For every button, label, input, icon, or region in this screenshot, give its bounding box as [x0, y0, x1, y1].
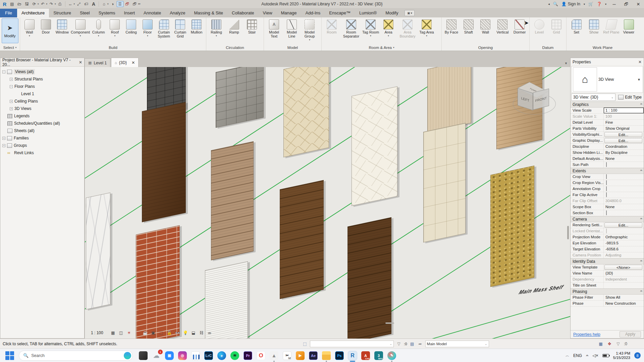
view-tab-3d[interactable]: ⌂{3D}✕ — [111, 58, 139, 67]
expand-icon[interactable]: + — [10, 107, 13, 110]
clock[interactable]: 1:43 PM 5/15/2023 — [613, 351, 630, 360]
property-row-annotation-crop[interactable]: Annotation Crop — [571, 186, 644, 192]
tab-manage[interactable]: Manage — [277, 9, 301, 17]
app-icon-onedrive[interactable]: ☁1 — [152, 351, 161, 360]
section-extents[interactable]: Extents^^ — [571, 168, 644, 174]
help-dropdown[interactable]: ▾ — [605, 3, 606, 6]
app-icon-opera[interactable]: O — [257, 351, 265, 360]
property-row-far-clip-active[interactable]: Far Clip Active — [571, 192, 644, 198]
view-tab-level-1[interactable]: ▦Level 1 — [85, 58, 110, 67]
app-icon-premiere[interactable]: Pr — [244, 351, 252, 360]
material-panel-light-wood[interactable] — [427, 67, 471, 132]
show-crop-icon[interactable]: ⬚ — [158, 330, 164, 336]
tab-file[interactable]: File — [0, 9, 17, 17]
room-separator-button[interactable]: Room Separator — [341, 18, 362, 43]
tree-item-families[interactable]: +Families — [0, 134, 84, 142]
app-icon-zoom[interactable]: ▣ — [165, 351, 174, 360]
select-panel-label[interactable]: Select▾ — [0, 44, 20, 51]
visibility-edit-button[interactable]: Edit... — [604, 132, 642, 137]
app-icon-sketch[interactable]: ▲ — [270, 351, 278, 360]
model-text-button[interactable]: AModel Text — [265, 18, 283, 43]
vertical-opening-button[interactable]: Vertical — [494, 18, 511, 43]
room-area-panel-label[interactable]: Room & Area▾ — [322, 44, 441, 51]
render-icon[interactable]: ☕ — [142, 330, 148, 336]
section-camera[interactable]: Camera^^ — [571, 216, 644, 222]
model-group-button[interactable]: Model Group▾ — [301, 18, 318, 43]
graphic-display-edit-button[interactable]: Edit... — [604, 138, 642, 143]
material-panel-gold-pebbles[interactable] — [490, 166, 534, 287]
type-selector[interactable]: ⌂ 3D View ▼ — [571, 66, 643, 93]
exclude-options-icon[interactable]: ▦ — [598, 341, 604, 347]
view-scale-input[interactable]: 1 : 100 — [604, 108, 644, 113]
sun-path-checkbox[interactable] — [606, 162, 607, 167]
view-dropdown[interactable]: ▾ — [107, 3, 109, 5]
crop-view-icon[interactable]: ▣ — [150, 330, 156, 336]
property-row-eye-elevation[interactable]: Eye Elevation-9819.5 — [571, 240, 644, 246]
edit-type-button[interactable]: Edit Type — [617, 95, 643, 100]
show-button[interactable]: Show — [585, 18, 602, 43]
property-row-discipline[interactable]: DisciplineCoordination — [571, 144, 644, 150]
search-highlights-icon[interactable] — [124, 352, 131, 359]
property-row-visibility-graphics[interactable]: Visibility/Graphi...Edit... — [571, 132, 644, 138]
tree-item-sheets[interactable]: Sheets (all) — [0, 127, 84, 134]
material-panel-wood-slats[interactable] — [211, 141, 254, 260]
temporary-hide-isolate-icon[interactable]: 👓 — [174, 330, 180, 336]
crop-region-checkbox[interactable] — [606, 180, 607, 185]
view-cube[interactable]: TOP LEFT FRONT — [512, 77, 558, 121]
close-button[interactable]: ✕ — [634, 2, 643, 7]
property-row-title-on-sheet[interactable]: Title on Sheet — [571, 283, 644, 289]
language-indicator[interactable]: ENG — [573, 353, 582, 358]
dimension-icon[interactable]: ⤢ — [75, 1, 82, 7]
save-icon[interactable]: 🖫 — [23, 1, 30, 7]
by-face-button[interactable]: By Face — [443, 18, 460, 43]
rendering-settings-edit-button[interactable]: Edit... — [604, 223, 642, 228]
app-icon-file-explorer[interactable] — [322, 351, 331, 360]
property-row-scope-box[interactable]: Scope BoxNone — [571, 204, 644, 210]
app-icon-desktop[interactable] — [139, 351, 148, 360]
tab-add-ins[interactable]: Add-Ins — [301, 9, 325, 17]
app-icon-3ds-max[interactable]: 3MAX — [374, 351, 383, 360]
section-phasing[interactable]: Phasing^^ — [571, 289, 644, 295]
material-panel-dark-brown-wood[interactable] — [142, 102, 186, 222]
property-row-default-analysis[interactable]: Default Analysis...None — [571, 156, 644, 162]
help-icon[interactable]: ❓ — [597, 2, 602, 6]
expand-icon[interactable]: + — [2, 144, 5, 147]
expand-icon[interactable]: + — [2, 137, 5, 140]
app-icon-photoshop[interactable]: Ps — [335, 351, 344, 360]
ceiling-button[interactable]: Ceiling — [123, 18, 139, 43]
text-icon[interactable]: A — [90, 1, 97, 7]
property-row-sun-path[interactable]: Sun Path — [571, 162, 644, 168]
ground-3d-text[interactable]: Main Mass Shelf — [518, 284, 565, 295]
area-button[interactable]: Area▾ — [380, 18, 397, 43]
crop-view-checkbox[interactable] — [606, 174, 607, 179]
reveal-hidden-icon[interactable]: 💡 — [182, 330, 189, 336]
horizontal-scroll-handle[interactable] — [385, 322, 394, 324]
redo-icon[interactable]: ↷ — [48, 1, 55, 7]
tab-insert[interactable]: Insert — [120, 9, 140, 17]
property-row-phase-filter[interactable]: Phase FilterShow All — [571, 295, 644, 301]
measure-icon[interactable]: ↔ — [67, 1, 74, 7]
minimize-button[interactable]: ─ — [610, 2, 619, 7]
set-button[interactable]: Set — [568, 18, 585, 43]
apply-button[interactable]: Apply — [620, 331, 641, 338]
close-hidden-windows-icon[interactable]: 🗗 — [124, 1, 131, 7]
app-icon-spotify[interactable]: ≋ — [230, 351, 239, 360]
customize-qat-dropdown[interactable]: ▾ — [139, 3, 141, 5]
tab-systems[interactable]: Systems — [94, 9, 120, 17]
curtain-system-button[interactable]: Curtain System — [156, 18, 172, 43]
app-icon-media-player[interactable]: ▶ — [296, 351, 305, 360]
tree-item-revit-links[interactable]: ∞Revit Links — [0, 149, 84, 157]
sun-path-icon[interactable]: ☀ — [126, 330, 132, 336]
tab-massing-site[interactable]: Massing & Site — [190, 9, 227, 17]
start-button[interactable] — [5, 351, 15, 361]
shadows-icon[interactable]: ◔ — [134, 330, 140, 336]
property-row-crop-view[interactable]: Crop View — [571, 174, 644, 180]
app-icon-movies[interactable] — [191, 351, 200, 360]
ramp-button[interactable]: Ramp — [225, 18, 243, 43]
app-icon-photos[interactable]: ✎ — [387, 351, 396, 360]
reveal-constraints-icon[interactable]: ⤄ — [207, 330, 213, 336]
tree-item-level-1[interactable]: Level 1 — [0, 90, 84, 98]
property-row-detail-level[interactable]: Detail LevelFine — [571, 120, 644, 126]
material-panel-dark-planks-2[interactable] — [347, 217, 391, 339]
wall-opening-button[interactable]: Wall — [477, 18, 494, 43]
